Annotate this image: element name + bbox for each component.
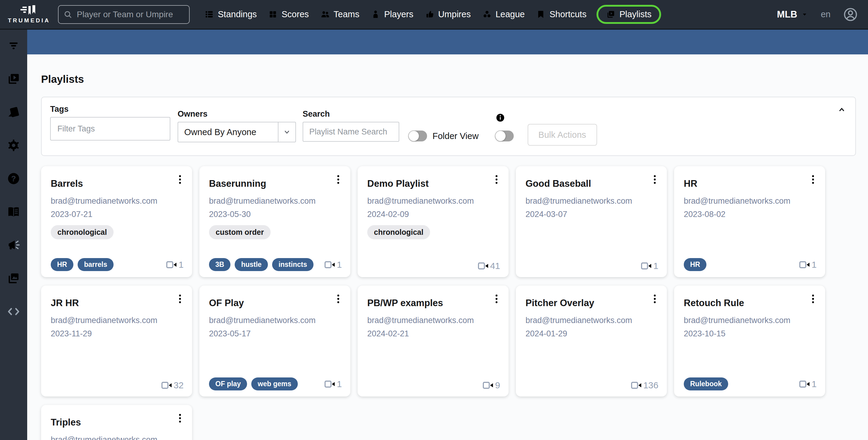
card-footer: 1	[526, 261, 658, 271]
playlist-card[interactable]: Retouch Rule brad@trumedianetworks.com 2…	[674, 286, 825, 397]
nav-item-teams[interactable]: Teams	[320, 6, 360, 22]
playlist-tag-pill[interactable]: Rulebook	[684, 377, 728, 390]
playlist-card[interactable]: Good Baseball brad@trumedianetworks.com …	[516, 166, 667, 277]
video-count-number: 1	[653, 261, 658, 271]
kebab-menu-icon[interactable]	[333, 174, 344, 185]
video-count: 1	[324, 379, 342, 389]
nav-item-label: Shortcuts	[549, 9, 587, 19]
playlist-date: 2024-02-21	[367, 329, 499, 339]
kebab-menu-icon[interactable]	[175, 413, 185, 424]
filter-icon[interactable]	[7, 39, 21, 53]
playlist-title: Demo Playlist	[367, 178, 499, 189]
kebab-menu-icon[interactable]	[491, 293, 502, 304]
video-playlists-icon[interactable]	[7, 72, 21, 86]
search-label: Search	[303, 109, 399, 119]
bulk-actions-button[interactable]: Bulk Actions	[528, 124, 597, 146]
playlist-card[interactable]: Pitcher Overlay brad@trumedianetworks.co…	[516, 286, 667, 397]
playlist-tag-pill[interactable]: OF play	[209, 377, 247, 390]
playlist-date: 2023-05-17	[209, 329, 341, 339]
playlist-tag-pill[interactable]: HR	[51, 258, 73, 271]
kebab-menu-icon[interactable]	[649, 293, 660, 304]
playlist-tag-pill[interactable]: web gems	[251, 377, 298, 390]
playlist-title: Good Baseball	[526, 178, 657, 189]
video-camera-icon	[324, 380, 336, 388]
left-sidebar	[0, 30, 27, 440]
panel-collapse-chevron-up-icon[interactable]	[837, 105, 846, 114]
league-selector[interactable]: MLB	[777, 9, 808, 20]
nav-item-playlists[interactable]: Playlists	[596, 5, 661, 24]
kebab-menu-icon[interactable]	[808, 293, 818, 304]
folder-view-toggle[interactable]	[408, 130, 427, 141]
video-count: 1	[166, 260, 184, 270]
video-count-number: 32	[174, 380, 184, 390]
playlist-date: 2023-11-29	[51, 329, 182, 339]
league-icon	[482, 10, 492, 19]
video-camera-icon	[799, 380, 810, 388]
playlist-title: Pitcher Overlay	[526, 298, 657, 309]
playlist-date: 2023-08-02	[684, 210, 815, 219]
playlist-name-search-input[interactable]	[303, 122, 399, 142]
brand-logo[interactable]: TRUMEDIA	[8, 5, 50, 24]
playlist-tag-pill[interactable]: 3B	[209, 258, 230, 271]
teams-icon	[320, 10, 330, 19]
nav-item-league[interactable]: League	[482, 6, 525, 22]
nav-item-scores[interactable]: Scores	[268, 6, 309, 22]
playlist-card[interactable]: PB/WP examples brad@trumedianetworks.com…	[358, 286, 508, 397]
bulk-actions-toggle[interactable]	[495, 130, 514, 141]
kebab-menu-icon[interactable]	[649, 174, 660, 185]
card-footer: 32	[51, 380, 184, 390]
playlist-card[interactable]: Triples brad@trumedianetworks.com	[41, 405, 192, 440]
help-question-icon[interactable]	[7, 172, 21, 185]
playlist-card[interactable]: Baserunning brad@trumedianetworks.com 20…	[199, 166, 350, 277]
nav-item-players[interactable]: Players	[371, 6, 413, 22]
brand-name: TRUMEDIA	[8, 17, 50, 24]
nav-item-standings[interactable]: Standings	[205, 6, 257, 22]
kebab-menu-icon[interactable]	[175, 174, 185, 185]
playlist-tag-pill[interactable]: barrels	[78, 258, 114, 271]
card-footer: 9	[367, 380, 500, 390]
playlist-tag-pill[interactable]: hustle	[235, 258, 268, 271]
info-icon[interactable]	[496, 113, 505, 122]
toggle-knob	[495, 131, 505, 141]
playlist-title: HR	[684, 178, 815, 189]
playlist-owner: brad@trumedianetworks.com	[367, 197, 499, 206]
playlist-title: JR HR	[51, 298, 182, 309]
docs-book-icon[interactable]	[7, 205, 21, 219]
search-filter-group: Search	[303, 109, 399, 142]
announcements-megaphone-icon[interactable]	[7, 238, 21, 252]
card-footer: 136	[526, 380, 658, 390]
embed-code-icon[interactable]	[7, 304, 21, 319]
sort-order-pill: chronological	[367, 225, 430, 239]
nav-item-shortcuts[interactable]: Shortcuts	[536, 6, 587, 22]
kebab-menu-icon[interactable]	[175, 293, 185, 304]
playlist-card[interactable]: HR brad@trumedianetworks.com 2023-08-02 …	[674, 166, 825, 277]
card-footer: HRbarrels 1	[51, 258, 184, 271]
media-images-icon[interactable]	[7, 271, 21, 285]
language-selector[interactable]: en	[821, 9, 831, 19]
playlist-card[interactable]: JR HR brad@trumedianetworks.com 2023-11-…	[41, 286, 192, 397]
card-footer: OF playweb gems 1	[209, 377, 342, 390]
user-avatar-icon[interactable]	[843, 7, 858, 22]
playlist-card[interactable]: Barrels brad@trumedianetworks.com 2023-0…	[41, 166, 192, 277]
video-count-number: 1	[811, 260, 817, 270]
card-footer: Rulebook 1	[684, 377, 817, 390]
kebab-menu-icon[interactable]	[808, 174, 818, 185]
owners-select[interactable]: Owned By Anyone	[178, 122, 296, 142]
video-count-number: 1	[337, 379, 342, 389]
video-count-number: 9	[495, 380, 500, 390]
cards-deck-icon[interactable]	[7, 105, 21, 119]
playlist-tag-pill[interactable]: instincts	[272, 258, 313, 271]
nav-item-umpires[interactable]: Umpires	[425, 6, 471, 22]
video-count-number: 1	[811, 379, 817, 389]
playlist-owner: brad@trumedianetworks.com	[51, 316, 182, 325]
playlist-card[interactable]: Demo Playlist brad@trumedianetworks.com …	[358, 166, 508, 277]
kebab-menu-icon[interactable]	[333, 293, 344, 304]
playlist-title: PB/WP examples	[367, 298, 499, 309]
global-search-input[interactable]	[76, 9, 184, 20]
playlist-tag-list: 3Bhustleinstincts	[209, 258, 313, 271]
kebab-menu-icon[interactable]	[491, 174, 502, 185]
tags-filter-input[interactable]	[50, 117, 170, 141]
playlist-tag-pill[interactable]: HR	[684, 258, 706, 271]
settings-gear-icon[interactable]	[7, 139, 21, 152]
playlist-card[interactable]: OF Play brad@trumedianetworks.com 2023-0…	[199, 286, 350, 397]
